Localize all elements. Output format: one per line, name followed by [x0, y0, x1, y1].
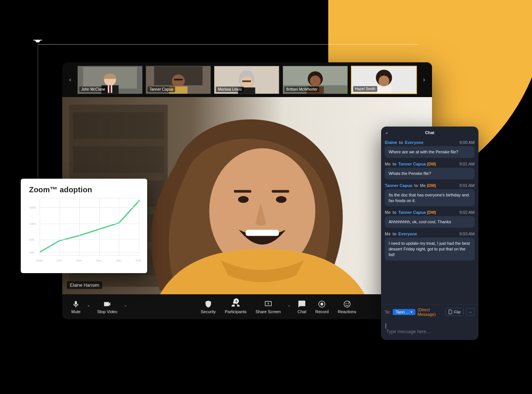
svg-rect-11 [174, 79, 183, 80]
participant-name-label: Brittani McWhorter [284, 87, 320, 92]
chart-card: Zoom™ adoption 10050010001500Sept.Oct.No… [21, 179, 147, 273]
to-recipient-pill[interactable]: Tann… [393, 309, 415, 315]
chat-header: ⌄ Chat [381, 127, 478, 139]
share-icon [264, 300, 272, 308]
participant-tile[interactable]: Marissa Lewis [214, 66, 279, 94]
chat-label: Chat [297, 309, 306, 314]
participants-label: Participants [225, 309, 246, 314]
mute-button[interactable]: Mute [68, 300, 84, 314]
participant-tile[interactable]: Hazel Smith [351, 66, 417, 94]
reactions-label: Reactions [338, 309, 356, 314]
chat-message: Elaine to Everyone9:00 AMWhere are we at… [385, 140, 475, 158]
mic-icon [72, 300, 80, 308]
participants-count-badge: 6 [234, 298, 239, 304]
file-button[interactable]: File [445, 308, 464, 316]
chat-to-row: To: Tann… (Direct Message) File ··· [381, 304, 478, 320]
svg-point-43 [346, 303, 346, 303]
participants-button[interactable]: 6 Participants [221, 300, 250, 314]
controls-bar: Mute ⌃ Stop Video ⌃ Security 6 Participa… [62, 294, 432, 319]
participant-tile[interactable]: Brittani McWhorter [283, 66, 348, 94]
chart-title: Zoom™ adoption [29, 185, 139, 194]
svg-point-41 [321, 303, 323, 305]
security-label: Security [201, 309, 216, 314]
participants-icon: 6 [231, 300, 240, 308]
mute-label: Mute [71, 309, 80, 314]
participant-name-label: Marissa Lewis [216, 87, 243, 92]
mute-caret[interactable]: ⌃ [86, 305, 92, 309]
svg-rect-25 [376, 86, 391, 93]
camera-icon [103, 300, 111, 308]
svg-point-20 [310, 76, 321, 87]
svg-rect-15 [243, 80, 251, 82]
dm-note: (Direct Message) [418, 307, 443, 317]
security-button[interactable]: Security [197, 300, 220, 314]
record-label: Record [315, 309, 329, 314]
chat-message: Tanner Capua to Me(DM)9:01 AMIts the doc… [385, 183, 475, 207]
chat-panel: ⌄ Chat Elaine to Everyone9:00 AMWhere ar… [381, 127, 478, 340]
gallery-strip: ‹ John McClane Tanner Capua Marissa Lewi… [62, 62, 432, 97]
chat-message: Me to Everyone9:03 AMI need to update my… [385, 232, 475, 261]
svg-rect-6 [109, 85, 111, 93]
speaker-name-label: Elaine Hansen [67, 281, 102, 289]
chat-message: Me to Tanner Capua(DM)9:02 AMAhhhhhhhh, … [385, 210, 475, 228]
participant-name-label: Hazel Smith [353, 86, 377, 92]
text-cursor [386, 323, 386, 329]
gallery-next[interactable]: › [420, 66, 428, 94]
chat-messages[interactable]: Elaine to Everyone9:00 AMWhere are we at… [381, 139, 478, 304]
participant-tile[interactable]: John McClane [77, 66, 143, 94]
chat-title: Chat [425, 130, 434, 135]
chat-icon [298, 300, 306, 308]
svg-point-24 [378, 76, 389, 87]
decor-hline [38, 44, 419, 45]
svg-point-44 [347, 303, 348, 303]
participant-name-label: John McClane [79, 87, 107, 92]
stop-video-button[interactable]: Stop Video [93, 300, 121, 314]
to-label: To: [385, 310, 391, 314]
svg-point-34 [238, 196, 249, 203]
share-label: Share Screen [255, 309, 281, 314]
shield-icon [204, 300, 212, 308]
chat-input[interactable] [386, 329, 474, 335]
more-button[interactable]: ··· [466, 308, 475, 316]
record-icon [318, 300, 326, 308]
participant-tile[interactable]: Tanner Capua [146, 66, 211, 94]
svg-rect-36 [234, 190, 251, 193]
record-button[interactable]: Record [312, 300, 332, 314]
lamp-icon [32, 36, 43, 47]
reactions-button[interactable]: Reactions [334, 300, 360, 314]
svg-point-35 [276, 196, 286, 203]
chart-plot: 10050010001500Sept.Oct.Nov.Dec.Jan.Feb. [29, 198, 139, 262]
svg-rect-29 [73, 147, 164, 173]
reactions-icon [343, 300, 351, 308]
chat-input-row [381, 320, 478, 340]
chat-collapse[interactable]: ⌄ [385, 130, 389, 135]
svg-rect-37 [272, 190, 289, 193]
chat-button[interactable]: Chat [294, 300, 310, 314]
share-screen-button[interactable]: Share Screen [252, 300, 284, 314]
stop-video-label: Stop Video [97, 309, 117, 314]
participant-name-label: Tanner Capua [148, 87, 175, 92]
video-caret[interactable]: ⌃ [123, 305, 129, 309]
svg-rect-38 [246, 230, 279, 236]
gallery-prev[interactable]: ‹ [66, 66, 74, 94]
svg-rect-28 [73, 112, 164, 139]
svg-rect-0 [33, 40, 42, 40]
share-caret[interactable]: ⌃ [286, 305, 292, 309]
svg-point-9 [172, 74, 185, 87]
chat-message: Me to Tanner Capua(DM)9:01 AMWhats the P… [385, 162, 475, 179]
